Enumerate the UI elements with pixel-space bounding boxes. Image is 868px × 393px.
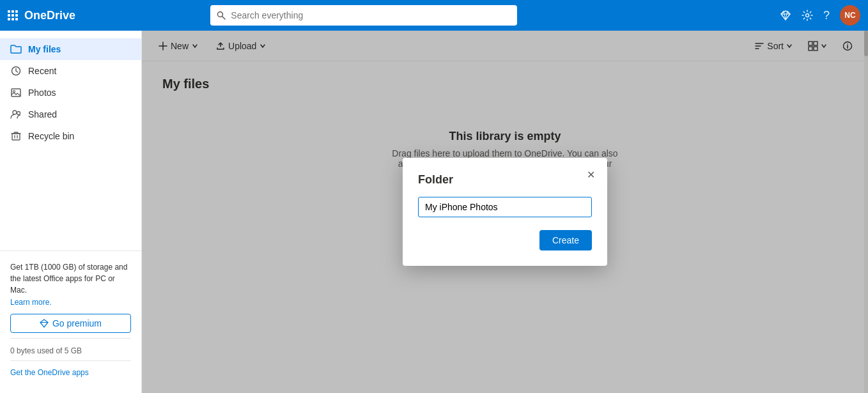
shared-icon bbox=[10, 109, 22, 120]
topbar: OneDrive ? NC bbox=[0, 0, 868, 31]
get-apps-link[interactable]: Get the OneDrive apps bbox=[10, 368, 89, 377]
folder-icon bbox=[10, 43, 22, 55]
help-icon[interactable]: ? bbox=[823, 9, 830, 22]
sidebar-item-shared-label: Shared bbox=[28, 109, 57, 119]
premium-text: Get 1TB (1000 GB) of storage and the lat… bbox=[10, 261, 131, 296]
trash-icon bbox=[10, 130, 22, 142]
settings-icon[interactable] bbox=[802, 10, 813, 21]
learn-more-link[interactable]: Learn more. bbox=[10, 298, 52, 307]
sidebar-item-photos[interactable]: Photos bbox=[0, 82, 141, 104]
svg-line-1 bbox=[222, 17, 226, 20]
dialog-close-button[interactable]: ✕ bbox=[582, 166, 600, 183]
sidebar-item-my-files[interactable]: My files bbox=[0, 38, 141, 60]
sidebar-item-recent-label: Recent bbox=[28, 66, 56, 76]
topbar-left: OneDrive bbox=[8, 9, 75, 22]
sidebar-item-my-files-label: My files bbox=[28, 44, 61, 54]
search-icon bbox=[217, 11, 226, 20]
svg-rect-14 bbox=[12, 134, 20, 140]
search-bar[interactable] bbox=[210, 5, 517, 26]
brand-name: OneDrive bbox=[24, 9, 75, 22]
svg-point-12 bbox=[13, 111, 17, 114]
svg-marker-17 bbox=[40, 320, 48, 327]
folder-name-input[interactable] bbox=[418, 197, 592, 217]
svg-point-11 bbox=[13, 91, 15, 93]
sidebar-item-photos-label: Photos bbox=[28, 88, 56, 98]
storage-text: 0 bytes used of 5 GB bbox=[10, 346, 131, 355]
dialog-title: Folder bbox=[418, 173, 592, 187]
storage-divider-2 bbox=[10, 360, 131, 361]
sidebar: My files Recent bbox=[0, 31, 142, 393]
app-layout: My files Recent bbox=[0, 31, 868, 393]
avatar[interactable]: NC bbox=[840, 5, 860, 26]
svg-point-13 bbox=[17, 112, 20, 115]
create-button[interactable]: Create bbox=[539, 230, 592, 250]
svg-rect-10 bbox=[12, 89, 20, 96]
clock-icon bbox=[10, 65, 22, 77]
image-icon bbox=[10, 87, 22, 98]
sidebar-item-shared[interactable]: Shared bbox=[0, 104, 141, 125]
dialog-footer: Create bbox=[418, 230, 592, 250]
sidebar-nav: My files Recent bbox=[0, 36, 141, 150]
sidebar-bottom: Get 1TB (1000 GB) of storage and the lat… bbox=[0, 250, 141, 388]
main-content: New Upload bbox=[142, 31, 868, 393]
storage-divider bbox=[10, 338, 131, 339]
sidebar-item-recent[interactable]: Recent bbox=[0, 60, 141, 82]
svg-point-8 bbox=[805, 14, 809, 17]
folder-dialog: Folder ✕ Create bbox=[403, 158, 607, 266]
search-input[interactable] bbox=[231, 10, 511, 20]
modal-overlay[interactable]: Folder ✕ Create bbox=[142, 31, 868, 393]
diamond-small-icon bbox=[40, 319, 49, 328]
sidebar-item-recycle-bin[interactable]: Recycle bin bbox=[0, 125, 141, 147]
sidebar-item-recycle-bin-label: Recycle bin bbox=[28, 131, 74, 141]
diamond-icon[interactable] bbox=[780, 10, 791, 21]
topbar-right: ? NC bbox=[780, 5, 860, 26]
apps-grid-icon[interactable] bbox=[8, 10, 18, 20]
go-premium-button[interactable]: Go premium bbox=[10, 314, 131, 333]
